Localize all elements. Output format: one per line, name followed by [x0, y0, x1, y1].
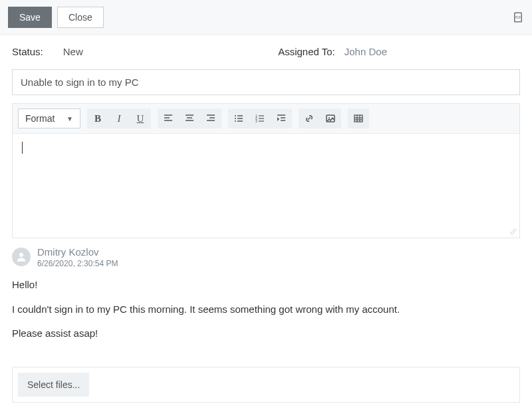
top-bar: Save Close PDF	[0, 0, 532, 35]
top-bar-actions: Save Close	[8, 7, 104, 28]
export-pdf-icon[interactable]: PDF	[512, 11, 524, 23]
image-icon[interactable]	[320, 108, 341, 128]
status-value: New	[63, 46, 83, 57]
svg-point-36	[19, 253, 23, 257]
close-button[interactable]: Close	[57, 7, 104, 28]
comment-timestamp: 6/26/2020, 2:30:54 PM	[37, 259, 118, 268]
comment-meta: Dmitry Kozlov 6/26/2020, 2:30:54 PM	[37, 246, 118, 268]
text-style-group: B I U	[87, 108, 151, 128]
underline-icon[interactable]: U	[130, 108, 151, 128]
subject-wrap	[0, 64, 532, 103]
bulleted-list-icon[interactable]	[228, 108, 249, 128]
align-group	[158, 108, 221, 128]
bold-icon[interactable]: B	[87, 108, 108, 128]
select-files-button[interactable]: Select files...	[18, 373, 89, 397]
text-cursor	[22, 142, 23, 154]
chevron-down-icon: ▼	[66, 115, 73, 122]
comment-line: Please assist asap!	[12, 326, 520, 341]
numbered-list-icon[interactable]: 123	[249, 108, 271, 128]
editor-wrap: Format ▼ B I U	[0, 103, 532, 238]
subject-input[interactable]	[12, 69, 520, 95]
comment-header: Dmitry Kozlov 6/26/2020, 2:30:54 PM	[12, 246, 520, 268]
comment-author: Dmitry Kozlov	[37, 246, 118, 258]
svg-point-30	[329, 117, 330, 118]
comment-body: Hello! I couldn't sign in to my PC this …	[12, 268, 520, 357]
svg-point-13	[235, 118, 236, 119]
meta-status: Status: New	[12, 46, 83, 57]
insert-group	[299, 108, 341, 128]
save-button[interactable]: Save	[8, 7, 52, 28]
comment-line: I couldn't sign in to my PC this morning…	[12, 302, 520, 317]
comment-line: Hello!	[12, 278, 520, 293]
assigned-to-label: Assigned To:	[278, 46, 335, 57]
svg-point-12	[235, 115, 236, 116]
svg-marker-28	[277, 117, 279, 121]
indent-icon[interactable]	[271, 108, 292, 128]
rich-text-editor: Format ▼ B I U	[12, 103, 520, 238]
svg-text:3: 3	[255, 119, 257, 123]
meta-assigned: Assigned To: John Doe	[278, 46, 520, 57]
list-group: 123	[228, 108, 292, 128]
upload-wrap: Select files...	[0, 357, 532, 409]
svg-rect-31	[354, 115, 362, 122]
file-upload-box: Select files...	[12, 367, 520, 403]
svg-text:PDF: PDF	[515, 16, 521, 19]
avatar	[12, 248, 31, 266]
svg-point-14	[235, 120, 236, 122]
editor-toolbar: Format ▼ B I U	[13, 104, 519, 134]
resize-handle[interactable]	[13, 234, 519, 238]
format-dropdown-label: Format	[25, 113, 55, 124]
link-icon[interactable]	[299, 108, 320, 128]
format-dropdown[interactable]: Format ▼	[18, 108, 80, 128]
assigned-to-value[interactable]: John Doe	[344, 46, 387, 57]
align-right-icon[interactable]	[200, 108, 221, 128]
editor-content[interactable]	[13, 134, 519, 234]
align-left-icon[interactable]	[158, 108, 179, 128]
italic-icon[interactable]: I	[108, 108, 130, 128]
align-center-icon[interactable]	[179, 108, 200, 128]
table-group	[348, 108, 369, 128]
comment-block: Dmitry Kozlov 6/26/2020, 2:30:54 PM Hell…	[0, 238, 532, 357]
status-label: Status:	[12, 46, 43, 57]
meta-row: Status: New Assigned To: John Doe	[0, 35, 532, 64]
table-icon[interactable]	[348, 108, 369, 128]
